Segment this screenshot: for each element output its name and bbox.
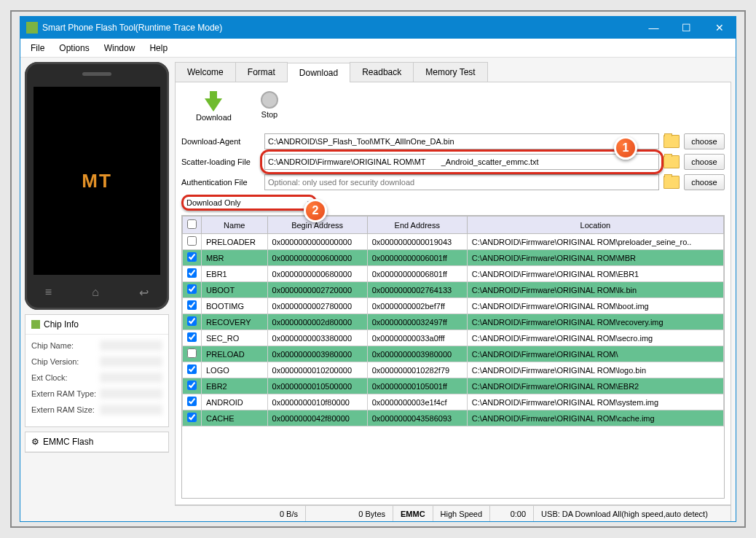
row-checkbox[interactable] (187, 364, 197, 374)
table-row[interactable]: EBR20x00000000105000000x00000000105001ff… (183, 378, 724, 394)
cell-location: C:\ANDROID\Firmware\ORIGINAL ROM\logo.bi… (467, 362, 723, 378)
table-row[interactable]: ANDROID0x0000000010f800000x0000000003e1f… (183, 394, 724, 410)
chip-row-label: Extern RAM Type: (31, 389, 97, 398)
gear-icon: ⚙ (31, 437, 39, 447)
row-checkbox[interactable] (187, 413, 197, 422)
download-mode-select[interactable]: Download Only ▾ (181, 195, 317, 211)
table-row[interactable]: LOGO0x00000000102000000x0000000010282f79… (183, 362, 724, 378)
row-checkbox[interactable] (187, 332, 197, 342)
table-row[interactable]: BOOTIMG0x00000000027800000x0000000002bef… (183, 298, 724, 314)
chip-info-header[interactable]: Chip Info (25, 315, 168, 335)
download-arrow-icon (203, 91, 224, 112)
cell-name: ANDROID (202, 394, 268, 410)
download-agent-input[interactable] (264, 133, 659, 149)
row-checkbox-cell[interactable] (183, 394, 202, 410)
auth-file-label: Authentication File (181, 178, 260, 187)
menu-window[interactable]: Window (97, 40, 143, 56)
row-checkbox-cell[interactable] (183, 362, 202, 378)
row-checkbox-cell[interactable] (183, 298, 202, 314)
row-checkbox[interactable] (187, 284, 197, 294)
cell-location: C:\ANDROID\Firmware\ORIGINAL ROM\EBR1 (467, 266, 723, 282)
download-tab-content: Download Stop Download-Agent choose Scat… (175, 82, 731, 505)
cell-location: C:\ANDROID\Firmware\ORIGINAL ROM\cache.i… (467, 410, 723, 426)
row-checkbox-cell[interactable] (183, 250, 202, 266)
titlebar[interactable]: Smart Phone Flash Tool(Runtime Trace Mod… (20, 17, 736, 39)
cell-end: 0x0000000002764133 (367, 282, 467, 298)
maximize-button[interactable]: ☐ (670, 17, 703, 39)
col-end[interactable]: End Address (367, 217, 467, 234)
table-row[interactable]: PRELOAD0x00000000039800000x0000000003980… (183, 346, 724, 362)
status-speed: 0 B/s (175, 506, 306, 521)
cell-end: 0x0000000003980000 (367, 346, 467, 362)
table-row[interactable]: CACHE0x0000000042f800000x000000004358609… (183, 410, 724, 426)
choose-scatter-button[interactable]: choose (684, 154, 725, 170)
emmc-flash-panel: ⚙ EMMC Flash (25, 432, 169, 453)
home-icon: ⌂ (92, 286, 99, 300)
table-row[interactable]: UBOOT0x00000000027200000x000000000276413… (183, 282, 724, 298)
row-checkbox-cell[interactable] (183, 314, 202, 330)
row-checkbox[interactable] (187, 316, 197, 326)
row-checkbox-cell[interactable] (183, 346, 202, 362)
row-checkbox-cell[interactable] (183, 282, 202, 298)
choose-auth-button[interactable]: choose (684, 174, 725, 190)
row-checkbox[interactable] (187, 348, 197, 358)
cell-location: C:\ANDROID\Firmware\ORIGINAL ROM\recover… (467, 314, 723, 330)
cell-begin: 0x0000000002720000 (267, 282, 367, 298)
partition-table[interactable]: Name Begin Address End Address Location … (181, 215, 725, 499)
row-checkbox[interactable] (187, 252, 197, 262)
menu-options[interactable]: Options (52, 40, 96, 56)
cell-end: 0x00000000033a0fff (367, 330, 467, 346)
download-agent-label: Download-Agent (181, 137, 260, 146)
cell-name: MBR (202, 250, 268, 266)
cell-location: C:\ANDROID\Firmware\ORIGINAL ROM\EBR2 (467, 378, 723, 394)
cell-begin: 0x0000000042f80000 (267, 410, 367, 426)
minimize-button[interactable]: — (637, 17, 670, 39)
scatter-file-input[interactable] (264, 154, 659, 170)
choose-da-button[interactable]: choose (684, 133, 725, 149)
row-checkbox-cell[interactable] (183, 378, 202, 394)
tab-readback[interactable]: Readback (350, 62, 414, 82)
chip-info-panel: Chip Info Chip Name:Chip Version:Ext Clo… (25, 314, 169, 427)
menu-help[interactable]: Help (142, 40, 175, 56)
table-row[interactable]: EBR10x00000000006800000x00000000006801ff… (183, 266, 724, 282)
cell-name: UBOOT (202, 282, 268, 298)
table-row[interactable]: PRELOADER0x00000000000000000x00000000000… (183, 234, 724, 250)
row-checkbox[interactable] (187, 300, 197, 310)
tab-download[interactable]: Download (287, 63, 350, 82)
row-checkbox[interactable] (187, 381, 197, 390)
phone-speaker (82, 72, 111, 76)
emmc-flash-title: EMMC Flash (43, 437, 93, 447)
chip-row-value (100, 356, 162, 367)
row-checkbox[interactable] (187, 236, 197, 246)
cell-name: RECOVERY (202, 314, 268, 330)
col-location[interactable]: Location (467, 217, 723, 234)
table-row[interactable]: RECOVERY0x0000000002d800000x000000000324… (183, 314, 724, 330)
table-row[interactable]: MBR0x00000000006000000x00000000006001ffC… (183, 250, 724, 266)
close-button[interactable]: ✕ (703, 17, 736, 39)
col-name[interactable]: Name (202, 217, 268, 234)
cell-end: 0x0000000043586093 (367, 410, 467, 426)
tab-memory-test[interactable]: Memory Test (413, 62, 487, 82)
tab-format[interactable]: Format (235, 62, 288, 82)
row-checkbox-cell[interactable] (183, 266, 202, 282)
status-time: 0:00 (490, 506, 534, 521)
row-checkbox-cell[interactable] (183, 410, 202, 426)
cell-end: 0x0000000000019043 (367, 234, 467, 250)
cell-end: 0x00000000006001ff (367, 250, 467, 266)
row-checkbox[interactable] (187, 397, 197, 406)
auth-file-input[interactable] (264, 174, 659, 190)
row-checkbox-cell[interactable] (183, 330, 202, 346)
table-row[interactable]: SEC_RO0x00000000033800000x00000000033a0f… (183, 330, 724, 346)
cell-location: C:\ANDROID\Firmware\ORIGINAL ROM\preload… (467, 234, 723, 250)
col-checkbox[interactable] (183, 217, 202, 234)
stop-button[interactable]: Stop (261, 91, 278, 122)
emmc-flash-header[interactable]: ⚙ EMMC Flash (25, 432, 168, 452)
row-checkbox-cell[interactable] (183, 234, 202, 250)
download-button[interactable]: Download (196, 91, 232, 122)
menu-file[interactable]: File (23, 40, 52, 56)
tab-welcome[interactable]: Welcome (175, 62, 236, 82)
chip-info-row: Extern RAM Size: (31, 405, 162, 415)
cell-name: LOGO (202, 362, 268, 378)
row-checkbox[interactable] (187, 268, 197, 278)
chip-info-title: Chip Info (44, 319, 79, 330)
